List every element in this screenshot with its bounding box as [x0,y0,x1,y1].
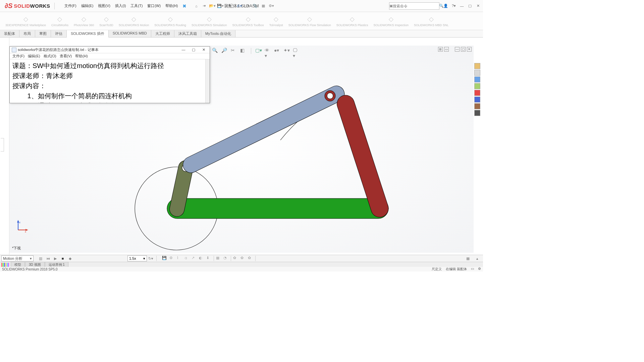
notepad-titlebar[interactable]: solidworks中滚花的纹路怎么快速绘制.txt - 记事本 — ▢ ✕ [10,47,210,53]
magnify-icon[interactable]: 🔎 [221,48,228,54]
palette-swatch[interactable] [474,90,480,96]
gravity-icon[interactable]: ⬇ [206,256,212,261]
motor-icon[interactable]: ⚙ [169,256,175,261]
notepad-menu-edit[interactable]: 编辑(E) [28,54,40,59]
palette-swatch[interactable] [474,83,480,89]
tab-addins[interactable]: SOLIDWORKS 插件 [67,30,109,38]
stop-icon[interactable]: ■ [60,255,66,261]
menu-view[interactable]: 视图(V) [96,2,112,10]
menu-window[interactable]: 窗口(W) [145,2,163,10]
palette-swatch[interactable] [474,70,480,76]
spring-icon[interactable]: ⌇ [177,256,182,261]
zoom-fit-icon[interactable]: 🔍 [212,48,219,54]
menu-file[interactable]: 文件(F) [62,2,78,10]
tab-assembly[interactable]: 装配体 [0,30,19,37]
save-animation-icon[interactable]: 💾 [162,256,167,261]
search-input[interactable] [393,4,439,8]
tab-evaluate[interactable]: 评估 [51,30,67,37]
feature-tree-collapsed[interactable] [0,38,9,255]
ribbon-mbd-snl[interactable]: ◇SOLIDWORKS MBD SNL [411,13,451,29]
tab-mufeng[interactable]: 沐风工具箱 [174,30,201,37]
minimize-button[interactable]: — [459,3,465,9]
notepad-maximize-button[interactable]: ▢ [191,48,196,52]
command-search[interactable]: ▣ 🔍 [389,2,439,10]
notepad-minimize-button[interactable]: — [181,48,186,52]
status-options-icon[interactable]: ⚙ [478,267,481,272]
notepad-menu-format[interactable]: 格式(O) [44,54,56,59]
settings2-icon[interactable]: ✿ [240,256,246,261]
ribbon-scanto3d[interactable]: ◇ScanTo3D [97,13,116,29]
ribbon-photoview[interactable]: ◇PhotoView 360 [71,13,97,29]
ribbon-plastics[interactable]: ◇SOLIDWORKS Plastics [334,13,371,29]
contact-icon[interactable]: ◐ [199,256,204,261]
scene-icon[interactable]: ✦▾ [283,48,290,54]
tab-layout[interactable]: 布局 [19,30,35,37]
timeline-expand-icon[interactable]: ▴ [474,255,480,261]
ribbon-tolanalyst[interactable]: ◇TolAnalyst [267,13,286,29]
settings-icon[interactable]: ⚙▾ [268,2,275,10]
damper-icon[interactable]: ⫏ [184,256,190,261]
home-icon[interactable]: ⌂ [193,2,200,10]
ribbon-simulation[interactable]: ◇SOLIDWORKS Simulation [189,13,230,29]
tab-mytools[interactable]: MyTools-自动化 [201,30,235,37]
palette-swatch[interactable] [474,63,480,69]
render-icon[interactable]: 🖵▾ [293,48,300,54]
tab-mbd[interactable]: SOLIDWORKS MBD [109,30,151,37]
calculate-icon[interactable]: ▥ [38,255,44,261]
open-icon[interactable]: 📂▾ [209,2,216,10]
user-icon[interactable]: 👤 [443,3,449,9]
loop-icon[interactable]: ↻▾ [148,255,154,261]
display-style-icon[interactable]: ▢▾ [255,48,262,54]
palette-swatch[interactable] [474,110,480,116]
ribbon-3dx[interactable]: ◇3DEXPERIENCE Marketplace [3,13,49,29]
motion-study-type-dropdown[interactable]: Motion 分析▾ [1,255,34,261]
ribbon-inspection[interactable]: ◇SOLIDWORKS Inspection [371,13,411,29]
orientation-icon[interactable]: ◧ [240,48,247,54]
force-icon[interactable]: ↗ [192,256,197,261]
select-icon[interactable]: ▦ [260,2,267,10]
notepad-menu-file[interactable]: 文件(F) [12,54,24,59]
results-icon[interactable]: ▦ [216,256,221,261]
ribbon-toolbox[interactable]: ◇SOLIDWORKS Toolbox [229,13,266,29]
help-icon[interactable]: ?▾ [451,3,457,9]
panel-expand-handle[interactable] [1,138,4,152]
palette-swatch[interactable] [474,76,480,82]
close-button[interactable]: ✕ [475,3,481,9]
settings1-icon[interactable]: ✿ [233,256,238,261]
tab-sketch[interactable]: 草图 [35,30,51,37]
notepad-line: 授课内容： [12,81,207,91]
menu-tools[interactable]: 工具(T) [128,2,145,10]
search-scope-icon[interactable]: ▣ [389,4,393,8]
menu-help[interactable]: 帮助(H) [163,2,180,10]
ribbon-motion[interactable]: ◇SOLIDWORKS Motion [116,13,152,29]
orientation-triad[interactable]: z x [15,219,29,233]
palette-swatch[interactable] [474,97,480,103]
ribbon-circuitworks[interactable]: ◇CircuitWorks [49,13,71,29]
hide-show-icon[interactable]: 👁▾ [265,48,271,54]
notepad-text-area[interactable]: 课题：SW中如何通过motion仿真得到机构运行路径 授课老师：青沐老师 授课内… [10,59,210,103]
section-icon[interactable]: ✂ [231,48,237,54]
maximize-button[interactable]: ▢ [467,3,473,9]
playback-slider-handle[interactable]: ◆ [67,255,73,261]
appearance-icon[interactable]: ●▾ [274,48,281,54]
ribbon-routing[interactable]: ◇SOLIDWORKS Routing [152,13,189,29]
status-units-icon[interactable]: ▭ [471,267,474,272]
notepad-menu-help[interactable]: 帮助(H) [75,54,88,59]
pin-icon[interactable]: ✖ [182,3,186,9]
new-icon[interactable]: ▫▾ [201,2,208,10]
playback-speed-dropdown[interactable]: 1.5x▾ [127,255,147,261]
ribbon-flow[interactable]: ◇SOLIDWORKS Flow Simulation [286,13,334,29]
save-icon[interactable]: 💾▾ [217,2,224,10]
settings3-icon[interactable]: ✿ [248,256,253,261]
tab-engineer[interactable]: 大工程师 [151,30,174,37]
plot-icon[interactable]: ◔ [223,256,229,261]
play-icon[interactable]: ▶ [52,255,58,261]
menu-insert[interactable]: 插入(I) [113,2,128,10]
notepad-window[interactable]: solidworks中滚花的纹路怎么快速绘制.txt - 记事本 — ▢ ✕ 文… [9,46,210,103]
menu-edit[interactable]: 编辑(E) [79,2,96,10]
play-from-start-icon[interactable]: ⏮ [45,255,51,261]
palette-swatch[interactable] [474,103,480,109]
notepad-close-button[interactable]: ✕ [201,48,206,52]
notepad-menu-view[interactable]: 查看(V) [60,54,72,59]
timeline-collapse-icon[interactable]: ▦ [465,255,471,261]
